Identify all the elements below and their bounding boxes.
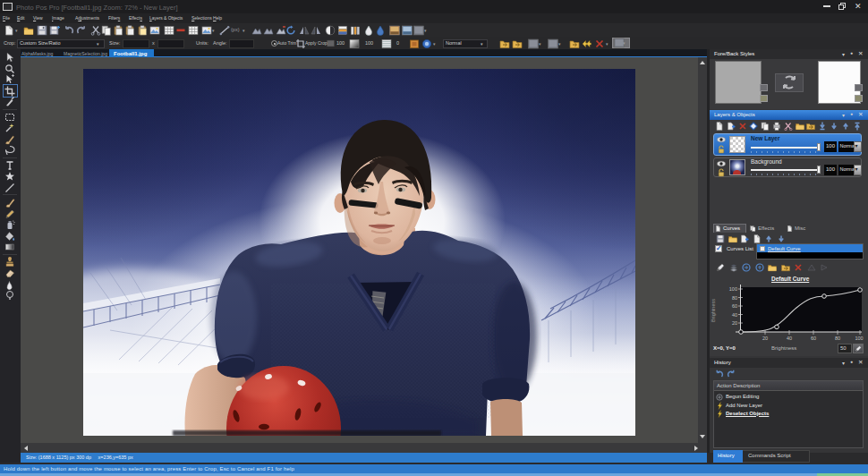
svg-text:80: 80: [732, 295, 737, 301]
svg-text:40: 40: [732, 312, 737, 318]
svg-text:60: 60: [811, 336, 816, 341]
svg-text:100: 100: [855, 336, 863, 341]
svg-text:100: 100: [729, 286, 737, 292]
svg-text:Brightness: Brightness: [711, 299, 716, 322]
svg-text:20: 20: [762, 336, 768, 341]
svg-text:20: 20: [732, 320, 737, 326]
svg-text:80: 80: [835, 336, 840, 341]
svg-text:60: 60: [732, 303, 737, 309]
svg-text:40: 40: [787, 336, 792, 341]
